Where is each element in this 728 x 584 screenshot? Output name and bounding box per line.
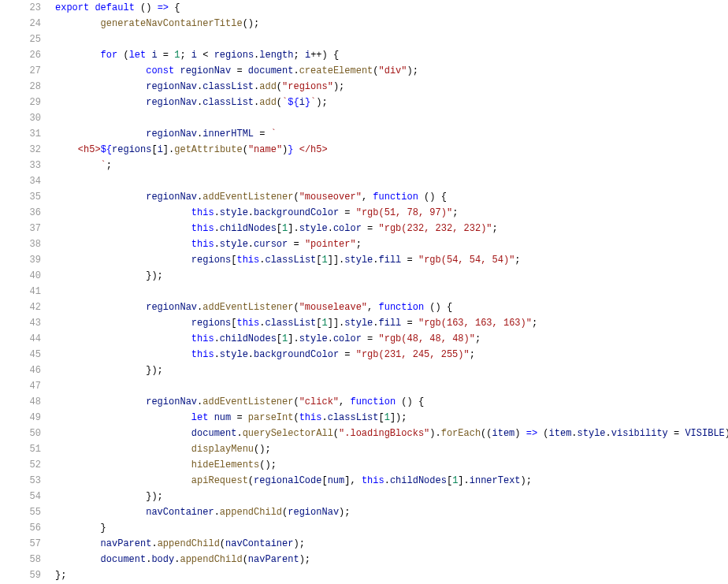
token: .: [321, 412, 327, 423]
token: });: [146, 491, 163, 502]
line-number: 45: [0, 347, 41, 363]
code-line[interactable]: this.childNodes[1].style.color = "rgb(23…: [55, 221, 728, 236]
code-line[interactable]: document.querySelectorAll(".loadingBlock…: [55, 426, 728, 441]
token: =: [288, 239, 305, 250]
token: ;: [514, 255, 520, 266]
token: ${: [288, 97, 299, 108]
code-line[interactable]: regions[this.classList[1]].style.fill = …: [55, 252, 728, 268]
token: i: [299, 97, 305, 108]
token: style: [220, 349, 248, 360]
token: let: [191, 412, 214, 423]
code-line[interactable]: [55, 110, 728, 126]
token: let: [129, 50, 152, 61]
token: ]);: [390, 412, 407, 423]
line-number: 53: [0, 473, 41, 489]
token: .: [214, 333, 220, 344]
code-line[interactable]: });: [55, 363, 728, 378]
line-number: 48: [0, 394, 41, 410]
token: ].: [163, 144, 174, 155]
code-line[interactable]: regionNav.innerHTML = `: [55, 126, 728, 142]
token: "pointer": [305, 239, 356, 250]
code-line[interactable]: regionNav.addEventListener("click", func…: [55, 394, 728, 410]
token: .: [214, 507, 220, 518]
token: =>: [158, 2, 169, 13]
token: (: [277, 81, 282, 92]
token: ]].: [328, 318, 345, 329]
code-line[interactable]: displayMenu();: [55, 441, 728, 457]
token: this: [236, 255, 259, 266]
code-line[interactable]: [55, 284, 728, 299]
token: .: [248, 239, 254, 250]
token: this: [191, 333, 214, 344]
code-line[interactable]: this.style.backgroundColor = "rgb(231, 2…: [55, 347, 728, 363]
token: );: [293, 538, 304, 549]
line-number: 58: [0, 552, 41, 567]
token: (: [220, 538, 225, 549]
code-line[interactable]: apiRequest(regionalCode[num], this.child…: [55, 473, 728, 489]
token: [: [151, 144, 157, 155]
token: i: [191, 50, 197, 61]
code-line[interactable]: [55, 173, 728, 189]
token: (: [277, 97, 282, 108]
token: );: [316, 97, 327, 108]
token: ;: [294, 50, 305, 61]
token: getAttribute: [174, 144, 242, 155]
code-line[interactable]: regionNav.addEventListener("mouseleave",…: [55, 299, 728, 315]
token: (: [243, 144, 248, 155]
code-line[interactable]: document.body.appendChild(navParent);: [55, 552, 728, 567]
code-line[interactable]: regionNav.addEventListener("mouseover", …: [55, 189, 728, 205]
code-content[interactable]: export default () => { generateNavContai…: [55, 0, 728, 583]
code-line[interactable]: }: [55, 520, 728, 536]
line-number: 24: [0, 16, 41, 32]
token: body: [151, 554, 174, 565]
token: backgroundColor: [254, 207, 339, 218]
code-line[interactable]: [55, 32, 728, 47]
code-line[interactable]: });: [55, 489, 728, 504]
code-line[interactable]: navParent.appendChild(navContainer);: [55, 536, 728, 552]
code-line[interactable]: const regionNav = document.createElement…: [55, 63, 728, 79]
code-line[interactable]: `;: [55, 158, 728, 173]
code-line[interactable]: this.style.cursor = "pointer";: [55, 236, 728, 252]
code-line[interactable]: let num = parseInt(this.classList[1]);: [55, 410, 728, 426]
token: style: [299, 333, 328, 344]
token: style: [220, 207, 248, 218]
line-number: 56: [0, 520, 41, 536]
token: );: [299, 554, 310, 565]
token: regionNav: [146, 128, 197, 139]
code-line[interactable]: <h5>${regions[i].getAttribute("name")} <…: [55, 142, 728, 158]
code-line[interactable]: this.childNodes[1].style.color = "rgb(48…: [55, 331, 728, 347]
token: classList: [202, 97, 254, 108]
line-number: 42: [0, 299, 41, 315]
token: function: [350, 396, 401, 407]
code-line[interactable]: generateNavContainerTitle();: [55, 16, 728, 32]
token: i: [151, 50, 157, 61]
code-line[interactable]: for (let i = 1; i < regions.length; i++)…: [55, 47, 728, 63]
code-line[interactable]: });: [55, 268, 728, 284]
code-line[interactable]: hideElements();: [55, 457, 728, 473]
token: =: [362, 333, 379, 344]
token: displayMenu: [191, 444, 254, 455]
line-number: 49: [0, 410, 41, 426]
token: .: [328, 333, 333, 344]
code-line[interactable]: export default () => {: [55, 0, 728, 16]
code-line[interactable]: navContainer.appendChild(regionNav);: [55, 504, 728, 520]
token: add: [259, 97, 277, 108]
code-line[interactable]: regionNav.classList.add("regions");: [55, 79, 728, 95]
code-line[interactable]: [55, 378, 728, 394]
code-line[interactable]: regions[this.classList[1]].style.fill = …: [55, 315, 728, 331]
token: }: [305, 97, 310, 108]
code-line[interactable]: regionNav.classList.add(`${i}`);: [55, 95, 728, 110]
token: (: [293, 412, 299, 423]
token: =: [401, 318, 418, 329]
code-editor[interactable]: 2324252627282930313233343536373839404142…: [0, 0, 728, 583]
token: );: [333, 81, 344, 92]
token: .: [606, 428, 611, 439]
token: ].: [288, 223, 299, 234]
code-line[interactable]: this.style.backgroundColor = "rgb(51, 78…: [55, 205, 728, 221]
token: forEach: [441, 428, 481, 439]
token: regionNav: [146, 192, 197, 203]
token: generateNavContainerTitle: [101, 18, 243, 29]
token: (: [293, 396, 299, 407]
token: this: [299, 412, 322, 423]
code-line[interactable]: };: [55, 567, 728, 583]
